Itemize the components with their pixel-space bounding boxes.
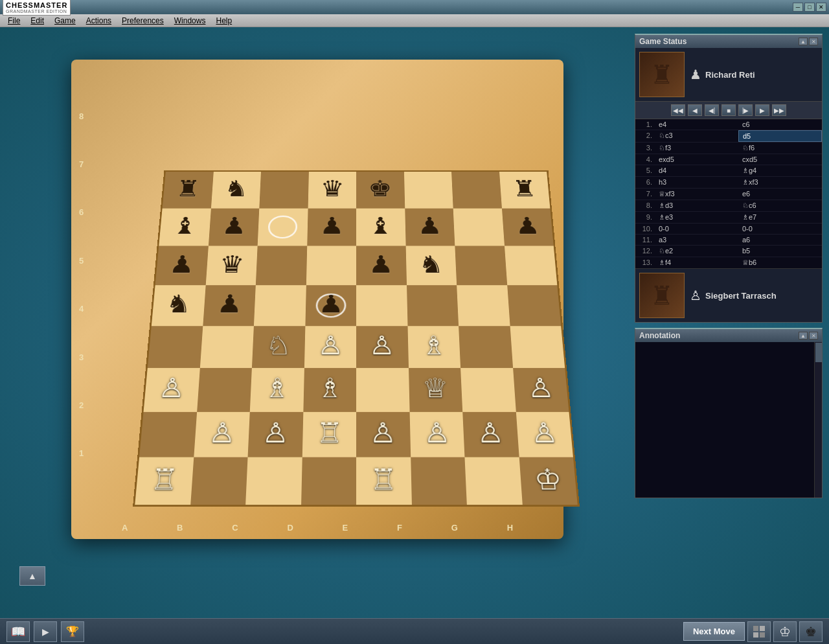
cell-h1[interactable]: ♔ <box>519 457 578 505</box>
cell-f2[interactable]: ♙ <box>409 412 464 457</box>
move-row[interactable]: 13. ♗f4 ♕b6 <box>635 257 822 268</box>
scroll-up-button[interactable]: ▲ <box>19 566 45 586</box>
cell-e5[interactable] <box>356 285 407 326</box>
annotation-scroll-thumb[interactable] <box>815 343 822 362</box>
cell-d4[interactable]: ♙ <box>304 326 356 368</box>
cell-g5[interactable] <box>457 285 510 326</box>
play-button[interactable]: ▶ <box>755 104 769 116</box>
menu-preferences[interactable]: Preferences <box>117 15 169 27</box>
cell-f8[interactable] <box>404 172 453 208</box>
close-button[interactable]: ✕ <box>816 3 826 12</box>
cell-h4[interactable] <box>510 326 565 368</box>
game-status-close[interactable]: ✕ <box>809 38 818 45</box>
cell-b5[interactable]: ♟ <box>203 285 256 326</box>
cell-a7[interactable]: ♝ <box>159 208 210 246</box>
cell-g4[interactable] <box>459 326 513 368</box>
cell-c8[interactable] <box>259 172 308 208</box>
cell-h2[interactable]: ♙ <box>516 412 573 457</box>
move-row[interactable]: 6. h3 ♗xf3 <box>635 177 822 189</box>
cell-g3[interactable] <box>460 368 516 412</box>
cell-f4[interactable]: ♗ <box>407 326 460 368</box>
cell-a4[interactable] <box>148 326 203 368</box>
cell-d7[interactable]: ♟ <box>307 208 356 246</box>
play-bottom-button[interactable]: ▶ <box>34 621 57 642</box>
cell-c3[interactable]: ♗ <box>250 368 304 412</box>
cell-e1[interactable]: ♖ <box>356 457 411 505</box>
stop-button[interactable]: ■ <box>721 104 736 116</box>
cell-c6[interactable] <box>256 246 307 285</box>
cell-a5[interactable]: ♞ <box>152 285 205 326</box>
cell-g8[interactable] <box>451 172 501 208</box>
menu-edit[interactable]: Edit <box>25 15 49 27</box>
cell-d8[interactable]: ♛ <box>308 172 356 208</box>
cell-g7[interactable] <box>453 208 505 246</box>
cell-g2[interactable]: ♙ <box>462 412 519 457</box>
cell-f3[interactable]: ♕ <box>409 368 463 412</box>
cell-a3[interactable]: ♙ <box>144 368 200 412</box>
cell-e4[interactable]: ♙ <box>356 326 409 368</box>
step-back-button[interactable]: ◀| <box>705 104 719 116</box>
cell-b4[interactable] <box>199 326 254 368</box>
cell-b2[interactable]: ♙ <box>194 412 250 457</box>
cell-c5[interactable] <box>254 285 306 326</box>
cell-d2[interactable]: ♖ <box>302 412 356 457</box>
cell-g1[interactable] <box>464 457 522 505</box>
cell-h7[interactable]: ♟ <box>502 208 554 246</box>
move-row[interactable]: 8. ♗d3 ♘c6 <box>635 200 822 212</box>
cell-e7[interactable]: ♝ <box>356 208 405 246</box>
step-forward-button[interactable]: |▶ <box>738 104 753 116</box>
cell-b6[interactable]: ♛ <box>205 246 257 285</box>
cell-a1[interactable]: ♖ <box>135 457 194 505</box>
cell-f7[interactable]: ♟ <box>405 208 455 246</box>
menu-file[interactable]: File <box>3 15 25 27</box>
move-row[interactable]: 4. exd5 cxd5 <box>635 154 822 165</box>
menu-windows[interactable]: Windows <box>169 15 211 27</box>
cell-b3[interactable] <box>197 368 252 412</box>
move-row[interactable]: 5. d4 ♗g4 <box>635 165 822 177</box>
grid-button[interactable] <box>747 621 771 642</box>
cell-e6[interactable]: ♟ <box>356 246 407 285</box>
cell-b8[interactable]: ♞ <box>210 172 260 208</box>
book-button[interactable]: 📖 <box>6 621 30 642</box>
rewind-all-button[interactable]: ◀◀ <box>671 104 685 116</box>
move-row[interactable]: 9. ♗e3 ♗e7 <box>635 212 822 224</box>
cell-b1[interactable] <box>190 457 248 505</box>
minimize-button[interactable]: ─ <box>793 3 803 12</box>
rewind-button[interactable]: ◀ <box>688 104 702 116</box>
cell-d6[interactable] <box>306 246 356 285</box>
cell-a8[interactable]: ♜ <box>163 172 214 208</box>
forward-all-button[interactable]: ▶▶ <box>772 104 786 116</box>
cell-d1[interactable] <box>301 457 356 505</box>
cell-c2[interactable]: ♙ <box>248 412 303 457</box>
annotation-scrollbar[interactable] <box>814 342 822 498</box>
cell-e2[interactable]: ♙ <box>356 412 411 457</box>
move-row[interactable]: 12. ♘e2 b5 <box>635 246 822 257</box>
menu-help[interactable]: Help <box>210 15 237 27</box>
black-king-button[interactable]: ♚ <box>799 621 823 642</box>
cell-h6[interactable] <box>505 246 558 285</box>
annotation-minimize[interactable]: ▲ <box>799 332 808 339</box>
game-status-minimize[interactable]: ▲ <box>799 38 808 45</box>
move-row[interactable]: 1. e4 c6 <box>635 119 822 130</box>
maximize-button[interactable]: □ <box>804 3 815 12</box>
cell-d5[interactable]: ♟ <box>305 285 356 326</box>
menu-actions[interactable]: Actions <box>81 15 117 27</box>
cell-c4[interactable]: ♘ <box>252 326 305 368</box>
cell-a2[interactable] <box>139 412 197 457</box>
cell-a6[interactable]: ♟ <box>155 246 209 285</box>
white-king-button[interactable]: ♔ <box>773 621 797 642</box>
cell-c7[interactable] <box>258 208 308 246</box>
cell-h8[interactable]: ♜ <box>499 172 551 208</box>
cell-d3[interactable]: ♗ <box>303 368 356 412</box>
cell-e8[interactable]: ♚ <box>356 172 405 208</box>
cell-f5[interactable] <box>407 285 459 326</box>
move-row[interactable]: 2. ♘c3 d5 <box>635 130 822 143</box>
move-row[interactable]: 3. ♘f3 ♘f6 <box>635 143 822 154</box>
annotation-close[interactable]: ✕ <box>809 332 818 339</box>
cell-f6[interactable]: ♞ <box>405 246 457 285</box>
cell-f1[interactable] <box>411 457 467 505</box>
next-move-button[interactable]: Next Move <box>683 622 745 641</box>
move-row[interactable]: 7. ♕xf3 e6 <box>635 189 822 200</box>
cell-h3[interactable]: ♙ <box>513 368 569 412</box>
menu-game[interactable]: Game <box>49 15 81 27</box>
